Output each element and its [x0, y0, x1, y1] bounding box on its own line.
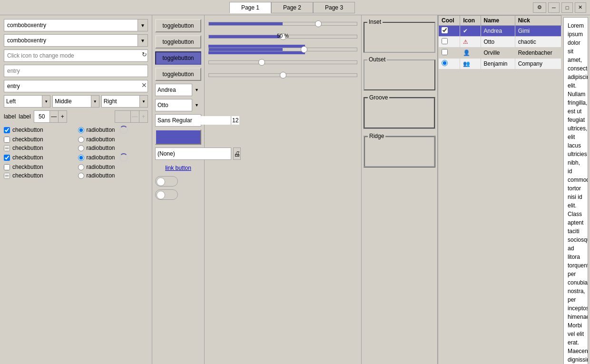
hslider-5[interactable] [208, 70, 357, 80]
tree-cell-name-3: Benjamin [481, 59, 515, 69]
titlebar: Page 1 Page 2 Page 3 ⚙ ─ □ ✕ [0, 0, 590, 15]
check-item-3: checkbutton [4, 145, 74, 151]
outset-content [368, 64, 431, 86]
combo1-wrap: comboboxentry ▼ [4, 19, 148, 31]
checkbox-6-label: checkbutton [12, 172, 43, 179]
checkbox-2[interactable] [4, 137, 10, 143]
spin1-minus-button[interactable]: — [49, 111, 58, 122]
inset-frame: Inset [364, 22, 435, 53]
gear-button[interactable]: ⚙ [533, 2, 546, 13]
toggle-switch-1[interactable] [155, 176, 178, 187]
ridge-content [369, 141, 430, 162]
link-button[interactable]: link button [155, 163, 201, 173]
spin2-minus-button[interactable]: — [130, 111, 139, 122]
minimize-button[interactable]: ─ [548, 2, 560, 13]
combo-left-wrap: LeftCenterRight ▼ [4, 95, 50, 108]
tree-row-1[interactable]: ⚠ Otto chaotic [439, 37, 561, 48]
icon-mode-input[interactable] [4, 49, 148, 62]
combo2-input[interactable]: comboboxentry [4, 34, 148, 47]
combo-right-wrap: RightLeftCenter ▼ [101, 95, 148, 108]
combo1-input[interactable]: comboboxentry [4, 19, 148, 31]
radio-item-3: radiobutton [78, 145, 148, 151]
tree-cell-icon-0: ✔ [460, 26, 481, 37]
maximize-button[interactable]: □ [561, 2, 573, 13]
radio-2-label: radiobutton [87, 136, 115, 143]
checkbox-1[interactable] [4, 127, 10, 133]
tab-page3[interactable]: Page 3 [313, 2, 355, 13]
tree-cell-cool-2 [439, 48, 460, 59]
tree-cell-nick-1: chaotic [515, 37, 561, 48]
label-spin-row: label label — + — + [4, 110, 148, 123]
hslider-2[interactable] [208, 32, 357, 41]
tree-table: Cool Icon Name Nick ✔ Andrea Gimi ⚠ Otto [438, 15, 561, 69]
tree-cell-icon-3: 👥 [460, 59, 481, 69]
checkbox-6[interactable] [4, 173, 10, 179]
three-combo-row: LeftCenterRight ▼ MiddleTopBottom ▼ Righ… [4, 95, 148, 108]
radio-4[interactable] [78, 155, 84, 161]
entry1-input[interactable] [4, 65, 148, 77]
toggle-switch-2[interactable] [155, 189, 178, 200]
combo2-arrow[interactable]: ▼ [138, 34, 148, 47]
sliders-panel: 50 % 50.0 [205, 15, 362, 364]
spin1-value[interactable] [34, 113, 49, 120]
radio-1[interactable] [78, 127, 84, 133]
middle-panel: togglebutton togglebutton togglebutton t… [152, 15, 205, 364]
loading-spinner-1 [119, 126, 128, 134]
entry2-input[interactable] [4, 80, 148, 92]
combo-middle-arrow: ▼ [91, 95, 99, 108]
toggle-btn-1[interactable]: togglebutton [155, 19, 201, 32]
spin1-plus-button[interactable]: + [58, 111, 67, 122]
tree-cell-icon-2: 👤 [460, 48, 481, 59]
radio-3[interactable] [78, 145, 84, 151]
hslider-4[interactable] [208, 58, 357, 67]
groove-content [369, 102, 430, 124]
radio-5[interactable] [78, 164, 84, 170]
check-item-4: checkbutton [4, 153, 74, 162]
combo-andrea-select[interactable]: AndreaOttoOrville [155, 84, 201, 96]
checkbox-5-label: checkbutton [12, 164, 43, 170]
titlebar-controls: ⚙ ─ □ ✕ [533, 2, 586, 13]
radio-6[interactable] [78, 173, 84, 179]
outset-label: Outset [367, 56, 387, 63]
color-swatch[interactable] [155, 129, 201, 145]
radio-item-5: radiobutton [78, 164, 148, 170]
main-area: comboboxentry ▼ comboboxentry ▼ ↻ ✕ Left… [0, 15, 590, 364]
toggle-btn-2[interactable]: togglebutton [155, 35, 201, 49]
tab-page1[interactable]: Page 1 [229, 2, 271, 13]
hslider-1[interactable] [208, 19, 357, 29]
combo-otto-select[interactable]: OttoAndreaOrville [155, 99, 201, 111]
check-item-5: checkbutton [4, 164, 74, 170]
icon-mode-button[interactable]: ↻ [142, 51, 147, 58]
tree-row-0[interactable]: ✔ Andrea Gimi [439, 26, 561, 37]
radio-item-1: radiobutton [78, 126, 148, 134]
close-button[interactable]: ✕ [575, 2, 586, 13]
tree-cell-name-2: Orville [481, 48, 515, 59]
tree-cell-nick-2: Redenbacher [515, 48, 561, 59]
entry2-clear-button[interactable]: ✕ [141, 81, 147, 89]
tree-row-2[interactable]: 👤 Orville Redenbacher [439, 48, 561, 59]
hslider-3[interactable] [208, 45, 357, 54]
radio-2[interactable] [78, 137, 84, 143]
tree-row-3[interactable]: 👥 Benjamin Company [439, 59, 561, 69]
checks-radios-grid: checkbutton radiobutton checkbutton radi… [4, 126, 148, 179]
outset-frame: Outset [364, 59, 435, 90]
tree-col-nick: Nick [515, 16, 561, 26]
combo1-arrow[interactable]: ▼ [138, 19, 148, 31]
entry1-row [4, 65, 148, 77]
tab-page2[interactable]: Page 2 [271, 2, 313, 13]
checkbox-1-label: checkbutton [12, 127, 43, 133]
spin1-wrap: — + [34, 110, 67, 123]
checkbox-5[interactable] [4, 164, 10, 170]
tree-col-icon: Icon [460, 16, 481, 26]
vsliders-area: 50.0 [208, 83, 357, 364]
tree-cell-nick-3: Company [515, 59, 561, 69]
toggle-btn-3[interactable]: togglebutton [155, 51, 201, 65]
spin2-plus-button[interactable]: + [139, 111, 148, 122]
inset-content [368, 27, 431, 48]
tree-panel: Cool Icon Name Nick ✔ Andrea Gimi ⚠ Otto [438, 15, 561, 364]
checkbox-3[interactable] [4, 145, 10, 151]
checkbox-4[interactable] [4, 155, 10, 161]
radio-item-6: radiobutton [78, 172, 148, 179]
spin2-wrap: — + [115, 110, 148, 123]
toggle-btn-4[interactable]: togglebutton [155, 68, 201, 81]
